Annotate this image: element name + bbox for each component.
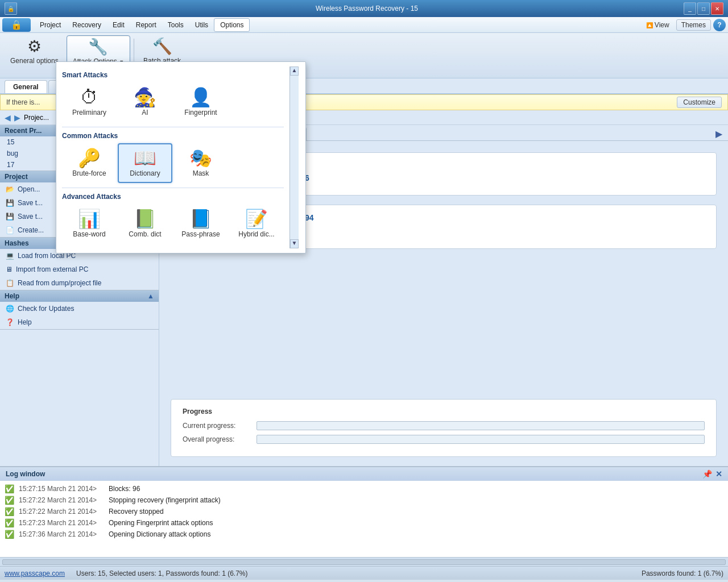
fingerprint-label: Fingerprint (184, 109, 217, 117)
menu-item-tools[interactable]: Tools (162, 19, 189, 31)
maximize-button[interactable]: □ (697, 2, 710, 15)
batch-attack-icon: 🔨 (152, 39, 172, 55)
save-icon-2: 💾 (6, 213, 14, 221)
menu-item-report[interactable]: Report (130, 19, 162, 31)
attack-fingerprint[interactable]: 👤 Fingerprint (173, 82, 228, 122)
help-collapse-btn[interactable]: ▲ (147, 292, 154, 300)
attack-preliminary[interactable]: ⏱ Preliminary (62, 82, 117, 122)
log-msg-3: Recovery stopped (109, 508, 164, 516)
pass-phrase-label: Pass-phrase (181, 230, 220, 238)
ai-icon: 🧙 (134, 88, 156, 106)
open-icon: 📂 (6, 185, 14, 193)
breadcrumb-forward[interactable]: ▶ (14, 113, 20, 122)
menu-item-options[interactable]: Options (214, 18, 250, 32)
log-msg-4: Opening Fingerprint attack options (109, 519, 213, 527)
help-icon: ❓ (6, 318, 14, 326)
help-item[interactable]: ❓ Help (0, 315, 159, 329)
attack-mask[interactable]: 🎭 Mask (173, 143, 228, 183)
overall-progress-bar (257, 435, 705, 444)
advanced-attacks-grid: 📊 Base-word 📗 Comb. dict 📘 Pass-phrase 📝… (62, 204, 284, 244)
log-time-1: 15:27:15 March 21 2014> (19, 485, 104, 493)
log-msg-2: Stopping recovery (fingerprint attack) (109, 496, 221, 504)
menu-item-project[interactable]: Project (34, 19, 67, 31)
help-button[interactable]: ? (713, 19, 726, 31)
menu-item-utils[interactable]: Utils (189, 19, 214, 31)
progress-section: Progress Current progress: Overall progr… (171, 399, 717, 457)
mask-label: Mask (193, 169, 209, 177)
log-time-5: 15:27:36 March 21 2014> (19, 530, 104, 538)
overall-progress-row: Overall progress: (183, 435, 705, 444)
preliminary-icon: ⏱ (80, 88, 98, 106)
scroll-down-btn[interactable]: ▼ (290, 239, 299, 248)
inner-tab-expand[interactable]: ▶ (712, 127, 726, 140)
hscroll-track[interactable] (2, 559, 726, 565)
log-success-icon-4: ✅ (5, 518, 14, 527)
log-time-2: 15:27:22 March 21 2014> (19, 496, 104, 504)
menu-item-recovery[interactable]: Recovery (67, 19, 107, 31)
progress-title: Progress (183, 408, 705, 415)
view-button[interactable]: 🔼 View (642, 20, 674, 30)
log-row-2: ✅ 15:27:22 March 21 2014> Stopping recov… (0, 494, 728, 506)
title-icon: 🔒 (5, 2, 17, 15)
comb-dict-label: Comb. dict (129, 230, 161, 238)
log-success-icon-1: ✅ (5, 484, 14, 493)
mask-icon: 🎭 (189, 149, 212, 167)
hybrid-dic-icon: 📝 (245, 210, 268, 228)
close-button[interactable]: ✕ (711, 2, 723, 15)
base-word-label: Base-word (73, 230, 105, 238)
menu-item-edit[interactable]: Edit (107, 19, 130, 31)
attack-dictionary[interactable]: 📖 Dictionary (118, 143, 172, 183)
ai-label: AI (142, 109, 148, 117)
attack-hybrid-dic[interactable]: 📝 Hybrid dic... (229, 204, 284, 244)
attack-pass-phrase[interactable]: 📘 Pass-phrase (173, 204, 228, 244)
log-row-4: ✅ 15:27:23 March 21 2014> Opening Finger… (0, 517, 728, 529)
log-pin-button[interactable]: 📌 (702, 469, 712, 479)
status-info: Users: 15, Selected users: 1, Passwords … (76, 569, 630, 577)
advanced-attacks-title: Advanced Attacks (62, 193, 284, 201)
smart-attacks-title: Smart Attacks (62, 71, 284, 79)
window-controls: _ □ ✕ (684, 2, 723, 15)
local-pc-icon: 💻 (6, 252, 14, 260)
log-window: Log window 📌 ✕ ✅ 15:27:15 March 21 2014>… (0, 466, 728, 557)
current-progress-row: Current progress: (183, 421, 705, 430)
dropdown-scrollbar[interactable]: ▲ ▼ (289, 66, 299, 248)
brute-force-icon: 🔑 (78, 149, 101, 167)
menu-right: 🔼 View Themes ? (642, 19, 726, 31)
log-msg-1: Blocks: 96 (109, 485, 140, 493)
current-progress-bar (257, 421, 705, 430)
app-button[interactable]: 🔒 (2, 18, 31, 32)
tab-general[interactable]: General (5, 80, 47, 93)
themes-button[interactable]: Themes (676, 19, 711, 31)
attack-comb-dict[interactable]: 📗 Comb. dict (118, 204, 172, 244)
scroll-up-btn[interactable]: ▲ (290, 66, 299, 76)
log-body: ✅ 15:27:15 March 21 2014> Blocks: 96 ✅ 1… (0, 481, 728, 557)
minimize-button[interactable]: _ (684, 2, 696, 15)
log-success-icon-3: ✅ (5, 507, 14, 516)
log-controls: 📌 ✕ (702, 469, 722, 479)
log-row-5: ✅ 15:27:36 March 21 2014> Opening Dictio… (0, 529, 728, 540)
attack-brute-force[interactable]: 🔑 Brute-force (62, 143, 117, 183)
import-external[interactable]: 🖥 Import from external PC (0, 263, 159, 276)
dictionary-label: Dictionary (130, 169, 160, 177)
read-dump[interactable]: 📋 Read from dump/project file (0, 276, 159, 290)
create-icon: 📄 (6, 226, 14, 234)
passcape-link[interactable]: www.passcape.com (5, 569, 65, 577)
status-bar: www.passcape.com Users: 15, Selected use… (0, 566, 728, 580)
attack-ai[interactable]: 🧙 AI (118, 82, 172, 122)
hybrid-dic-label: Hybrid dic... (238, 230, 274, 238)
attack-base-word[interactable]: 📊 Base-word (62, 204, 117, 244)
customize-button[interactable]: Customize (677, 97, 722, 108)
current-progress-label: Current progress: (183, 422, 251, 430)
log-msg-5: Opening Dictionary attack options (109, 530, 210, 538)
fingerprint-icon: 👤 (189, 88, 212, 106)
breadcrumb-back[interactable]: ◀ (5, 113, 11, 122)
horizontal-scrollbar[interactable] (0, 557, 728, 566)
common-attacks-grid: 🔑 Brute-force 📖 Dictionary 🎭 Mask (62, 143, 284, 183)
brute-force-label: Brute-force (72, 169, 106, 177)
title-bar: 🔒 Wireless Password Recovery - 15 _ □ ✕ (0, 0, 728, 17)
app-title: Wireless Password Recovery - 15 (50, 5, 684, 13)
dictionary-icon: 📖 (134, 149, 156, 167)
log-close-button[interactable]: ✕ (715, 469, 722, 479)
check-updates[interactable]: 🌐 Check for Updates (0, 302, 159, 315)
dropdown-scroll: Smart Attacks ⏱ Preliminary 🧙 AI 👤 Finge… (56, 66, 289, 248)
